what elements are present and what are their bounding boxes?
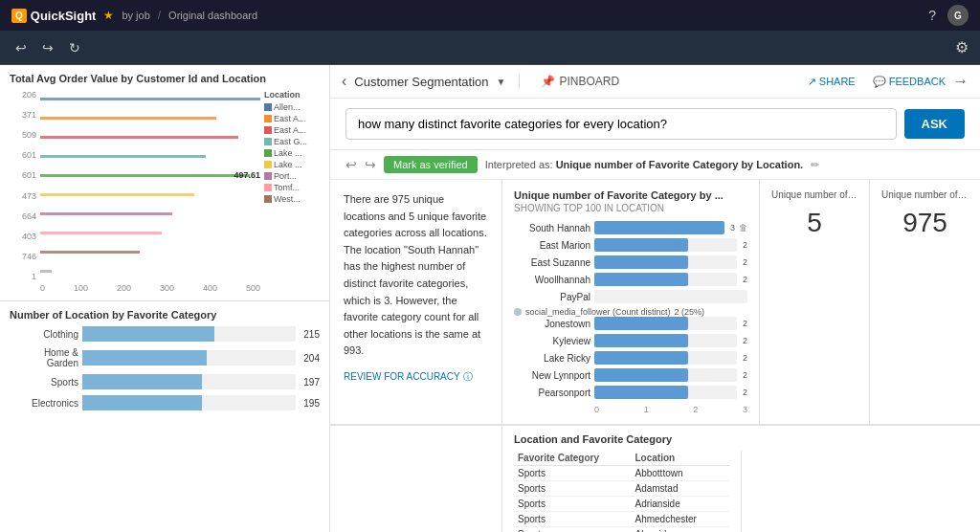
x-label: 500 xyxy=(246,283,260,293)
location-fav-table: Favorite Category Location SportsAbbottt… xyxy=(514,451,729,532)
bar-row-pearsonport: Pearsonport 2 xyxy=(514,386,747,399)
redo-query-button[interactable]: ↪ xyxy=(365,157,376,172)
legend-separator-row: PayPal xyxy=(514,290,747,303)
delete-bar-icon[interactable]: 🗑 xyxy=(739,223,747,233)
quicksight-icon: Q xyxy=(11,9,27,23)
y-label: 664 xyxy=(10,211,36,221)
review-accuracy-link[interactable]: REVIEW FOR ACCURACY ⓘ xyxy=(344,369,488,385)
refresh-button[interactable]: ↻ xyxy=(65,38,84,57)
kpi-location: Unique number of Loc... 975 xyxy=(870,180,980,425)
y-label: 601 xyxy=(10,150,36,160)
bar-row-jonestown: Jonestown 2 xyxy=(514,317,747,330)
y-label: 746 xyxy=(10,252,36,261)
undo-query-button[interactable]: ↩ xyxy=(345,157,357,172)
legend-item: Allen... xyxy=(264,102,320,112)
x-label: 300 xyxy=(160,283,174,293)
ask-button[interactable]: ASK xyxy=(904,109,965,139)
empty-left xyxy=(330,426,502,532)
col-location: Location xyxy=(631,451,728,466)
left-dashboard-panel: Total Avg Order Value by Customer Id and… xyxy=(0,65,330,532)
pinboard-button[interactable]: 📌 PINBOARD xyxy=(541,75,619,88)
qna-panel: ‹ Customer Segmentation ▼ 📌 PINBOARD ↗ S… xyxy=(330,65,980,532)
search-input[interactable] xyxy=(345,108,897,140)
nav-by-label: by job xyxy=(122,10,149,21)
undo-button[interactable]: ↩ xyxy=(11,38,31,57)
y-label: 403 xyxy=(10,232,36,241)
legend-item: Tomf... xyxy=(264,183,320,192)
share-icon: ↗ xyxy=(808,76,816,88)
kpi1-value: 5 xyxy=(771,208,858,238)
chart-legend: social_media_follower (Count distinct) 2… xyxy=(514,307,747,317)
legend-item: East A... xyxy=(264,125,320,135)
bar-row-kyleview: Kyleview 2 xyxy=(514,334,747,347)
legend-item: East G... xyxy=(264,137,320,146)
y-label: 601 xyxy=(10,170,36,180)
legend-title: Location xyxy=(264,90,320,100)
kpi2-title: Unique number of Loc... xyxy=(881,189,969,200)
qna-header: ‹ Customer Segmentation ▼ 📌 PINBOARD ↗ S… xyxy=(330,65,980,99)
legend-item: Port... xyxy=(264,171,320,181)
help-icon[interactable]: ? xyxy=(928,8,936,23)
user-avatar[interactable]: G xyxy=(947,5,969,26)
x-label: 100 xyxy=(74,283,88,293)
main-layout: Total Avg Order Value by Customer Id and… xyxy=(0,65,980,532)
narrative-panel: There are 975 unique locations and 5 uni… xyxy=(330,180,502,425)
pin-icon: 📌 xyxy=(541,75,555,88)
bar-row-east-marion: East Marion 2 xyxy=(514,238,747,252)
content-row-1: There are 975 unique locations and 5 uni… xyxy=(330,180,980,426)
chart-x-axis: 0 1 2 3 xyxy=(514,403,747,414)
table-row: SportsAlanside xyxy=(514,527,729,533)
legend-item: Lake ... xyxy=(264,148,320,158)
bar-chart: South Hannah 3 🗑 East Marion xyxy=(514,221,747,399)
share-button[interactable]: ↗ SHARE xyxy=(808,76,856,88)
kpi2-value: 975 xyxy=(881,208,969,238)
x-label: 200 xyxy=(117,283,131,293)
back-button[interactable]: ‹ xyxy=(342,73,346,90)
y-label: 206 xyxy=(10,90,36,100)
qna-content-area[interactable]: There are 975 unique locations and 5 uni… xyxy=(330,180,980,532)
brand-name: QuickSight xyxy=(31,9,97,23)
star-icon[interactable]: ★ xyxy=(103,9,114,22)
settings-button[interactable]: ⚙ xyxy=(955,38,969,56)
top-chart-panel: Total Avg Order Value by Customer Id and… xyxy=(0,65,329,301)
location-fav-table-panel: Location and Favorite Category Favorite … xyxy=(502,426,980,532)
panel-dropdown-icon[interactable]: ▼ xyxy=(497,77,506,87)
narrative-text: There are 975 unique locations and 5 uni… xyxy=(344,191,488,360)
feedback-icon: 💬 xyxy=(873,76,886,88)
panel-title: Customer Segmentation xyxy=(354,75,488,89)
y-label: 1 xyxy=(10,272,36,281)
nav-dashboard-link[interactable]: Original dashboard xyxy=(168,10,257,21)
legend-item: West... xyxy=(264,194,320,204)
bottom-chart-panel: Number of Location by Favorite Category … xyxy=(0,301,329,424)
content-row-2: Location and Favorite Category Favorite … xyxy=(330,426,980,532)
edit-interpretation-icon[interactable]: ✏ xyxy=(811,159,819,171)
bar-row-lake-ricky: Lake Ricky 2 xyxy=(514,351,747,365)
chart-title: Unique number of Favorite Category by ..… xyxy=(514,189,747,201)
kpi1-title: Unique number of Fav... xyxy=(771,189,858,200)
y-label: 371 xyxy=(10,110,36,120)
nav-icons-group: ? G xyxy=(928,5,969,26)
verified-bar: ↩ ↪ Mark as verified Interpreted as: Uni… xyxy=(330,150,980,180)
y-label: 473 xyxy=(10,191,36,201)
kpi-fav-category: Unique number of Fav... 5 xyxy=(760,180,870,425)
toolbar: ↩ ↪ ↻ ⚙ xyxy=(0,31,980,65)
table1-title: Location and Favorite Category xyxy=(514,433,969,445)
search-bar: ASK xyxy=(330,99,980,150)
exit-button[interactable]: → xyxy=(953,73,969,90)
bottom-chart-title: Number of Location by Favorite Category xyxy=(10,309,320,321)
bottom-bar-home-garden: Home & Garden 204 xyxy=(10,347,320,368)
table1-pagination: « ‹ 1 of 2 › » xyxy=(742,451,969,532)
table-row: SportsAdrianside xyxy=(514,497,729,512)
brand-logo: Q QuickSight xyxy=(11,9,96,23)
feedback-button[interactable]: 💬 FEEDBACK xyxy=(873,76,946,88)
bar-chart-panel: Unique number of Favorite Category by ..… xyxy=(502,180,760,425)
mark-verified-button[interactable]: Mark as verified xyxy=(384,156,478,173)
bar-row-woollhannah: Woollhannah 2 xyxy=(514,273,747,286)
legend-color-dot xyxy=(514,308,522,316)
top-navigation: Q QuickSight ★ by job / Original dashboa… xyxy=(0,0,980,31)
redo-button[interactable]: ↪ xyxy=(38,38,57,57)
x-label: 400 xyxy=(203,283,217,293)
legend-item: East A... xyxy=(264,114,320,123)
chart-subtitle: SHOWING TOP 100 IN LOCATION xyxy=(514,203,747,213)
bottom-bar-sports: Sports 197 xyxy=(10,374,320,389)
